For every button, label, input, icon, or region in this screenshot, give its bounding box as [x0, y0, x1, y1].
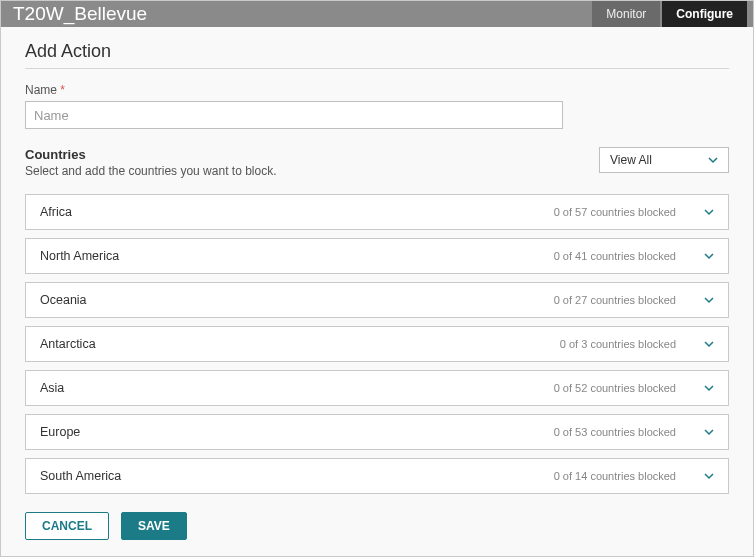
region-row[interactable]: Asia 0 of 52 countries blocked	[25, 370, 729, 406]
chevron-down-icon	[704, 339, 714, 349]
region-name: Oceania	[40, 293, 554, 307]
chevron-down-icon	[704, 295, 714, 305]
footer-buttons: CANCEL SAVE	[25, 512, 729, 540]
name-label: Name *	[25, 83, 729, 97]
region-list: Africa 0 of 57 countries blocked North A…	[25, 194, 729, 494]
chevron-down-icon	[704, 471, 714, 481]
tab-monitor[interactable]: Monitor	[592, 1, 660, 27]
region-status: 0 of 41 countries blocked	[554, 250, 676, 262]
region-row[interactable]: South America 0 of 14 countries blocked	[25, 458, 729, 494]
topbar-tabs: Monitor Configure	[592, 1, 747, 27]
region-row[interactable]: Oceania 0 of 27 countries blocked	[25, 282, 729, 318]
app-title: T20W_Bellevue	[13, 3, 147, 25]
name-label-text: Name	[25, 83, 57, 97]
region-status: 0 of 14 countries blocked	[554, 470, 676, 482]
region-row[interactable]: Africa 0 of 57 countries blocked	[25, 194, 729, 230]
chevron-down-icon	[704, 427, 714, 437]
region-name: Africa	[40, 205, 554, 219]
countries-header: Countries Select and add the countries y…	[25, 147, 729, 178]
tab-configure[interactable]: Configure	[662, 1, 747, 27]
region-row[interactable]: North America 0 of 41 countries blocked	[25, 238, 729, 274]
save-button[interactable]: SAVE	[121, 512, 187, 540]
window-frame: T20W_Bellevue Monitor Configure Add Acti…	[0, 0, 754, 557]
view-filter-selected: View All	[610, 153, 652, 167]
region-status: 0 of 57 countries blocked	[554, 206, 676, 218]
chevron-down-icon	[704, 383, 714, 393]
region-row[interactable]: Antarctica 0 of 3 countries blocked	[25, 326, 729, 362]
required-marker: *	[60, 83, 65, 97]
region-name: North America	[40, 249, 554, 263]
view-filter-dropdown[interactable]: View All	[599, 147, 729, 173]
divider	[25, 68, 729, 69]
countries-label: Countries	[25, 147, 277, 162]
cancel-button[interactable]: CANCEL	[25, 512, 109, 540]
region-status: 0 of 53 countries blocked	[554, 426, 676, 438]
topbar: T20W_Bellevue Monitor Configure	[1, 1, 753, 27]
region-name: Antarctica	[40, 337, 560, 351]
region-name: Europe	[40, 425, 554, 439]
region-status: 0 of 27 countries blocked	[554, 294, 676, 306]
region-status: 0 of 52 countries blocked	[554, 382, 676, 394]
chevron-down-icon	[704, 251, 714, 261]
region-row[interactable]: Europe 0 of 53 countries blocked	[25, 414, 729, 450]
chevron-down-icon	[704, 207, 714, 217]
region-name: Asia	[40, 381, 554, 395]
region-status: 0 of 3 countries blocked	[560, 338, 676, 350]
name-field[interactable]	[25, 101, 563, 129]
chevron-down-icon	[708, 155, 718, 165]
countries-subtext: Select and add the countries you want to…	[25, 164, 277, 178]
region-name: South America	[40, 469, 554, 483]
page-title: Add Action	[25, 41, 729, 62]
content-area: Add Action Name * Countries Select and a…	[1, 27, 753, 557]
